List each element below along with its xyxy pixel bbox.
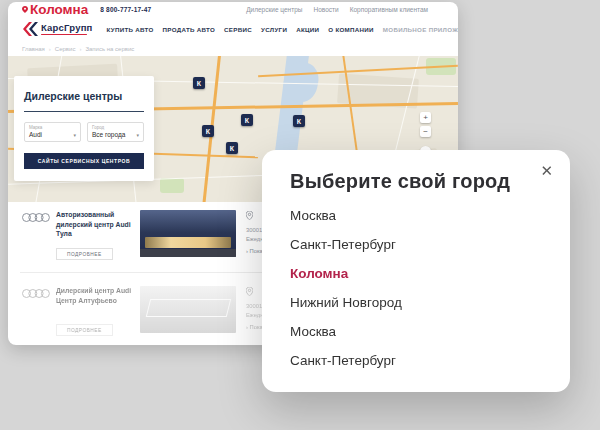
location-pin-icon <box>246 211 253 220</box>
logo-underline <box>41 34 87 36</box>
audi-rings-icon <box>22 288 50 299</box>
panel-title: Дилерские центры <box>24 90 144 102</box>
city-picker-modal: ✕ Выберите свой город Москва Санкт-Петер… <box>262 150 570 392</box>
marker-glyph: К <box>230 145 234 152</box>
nav-promotions[interactable]: АКЦИИ <box>296 26 319 33</box>
carsgroup-logo[interactable]: КарсГрупп <box>22 22 93 36</box>
nav-about-company[interactable]: О КОМПАНИИ <box>328 26 374 33</box>
breadcrumb: Главная › Сервис › Запись на сервис <box>8 43 458 52</box>
city-option-spb-2[interactable]: Санкт-Петербург <box>290 346 542 375</box>
link-corporate-clients[interactable]: Корпоративным клиентам <box>350 6 428 13</box>
link-dealer-centers[interactable]: Дилерские центры <box>246 6 302 13</box>
logo-wordmark: КарсГрупп <box>41 23 93 33</box>
marker-glyph: К <box>206 128 210 135</box>
breadcrumb-separator: › <box>79 46 81 52</box>
city-select-label: Город <box>92 125 139 130</box>
logo-text-block: КарсГрупп <box>41 23 93 36</box>
chevron-down-icon: ▾ <box>73 132 76 138</box>
current-city-selector[interactable]: Коломна <box>22 2 88 24</box>
screenshot-canvas: Коломна 8 800-777-17-47 Дилерские центры… <box>0 0 600 430</box>
marker-glyph: К <box>245 117 249 124</box>
marker-glyph: К <box>297 118 301 125</box>
top-utility-bar: Коломна 8 800-777-17-47 Дилерские центры… <box>8 2 458 15</box>
city-option-spb[interactable]: Санкт-Петербург <box>290 230 542 259</box>
city-option-moscow-2[interactable]: Москва <box>290 317 542 346</box>
close-icon[interactable]: ✕ <box>540 163 553 178</box>
nav-sell-auto[interactable]: ПРОДАТЬ АВТО <box>163 26 215 33</box>
phone-number[interactable]: 8 800-777-17-47 <box>100 6 151 13</box>
current-city-label: Коломна <box>30 2 88 17</box>
panel-divider <box>24 111 144 112</box>
map-marker[interactable]: К <box>293 115 305 127</box>
brand-select-value: Audi <box>29 131 42 138</box>
breadcrumb-service[interactable]: Сервис <box>55 46 76 52</box>
map-park <box>160 178 184 193</box>
brand-select[interactable]: Марка Audi ▾ <box>24 122 81 142</box>
nav-buy-auto[interactable]: КУПИТЬ АВТО <box>107 26 154 33</box>
utility-links: Дилерские центры Новости Корпоративным к… <box>246 6 428 13</box>
filter-selects: Марка Audi ▾ Город Все города ▾ <box>24 122 144 142</box>
city-option-nizhny[interactable]: Нижний Новгород <box>290 288 542 317</box>
location-pin-icon <box>22 6 28 13</box>
main-nav: КУПИТЬ АВТО ПРОДАТЬ АВТО СЕРВИС УСЛУГИ А… <box>107 26 458 33</box>
breadcrumb-current: Запись на сервис <box>85 46 134 52</box>
map-zoom-in-button[interactable]: + <box>420 112 431 123</box>
nav-service[interactable]: СЕРВИС <box>224 26 252 33</box>
map-marker[interactable]: К <box>226 142 238 154</box>
audi-rings-icon <box>22 212 50 223</box>
dealer-title: Авторизованный дилерский центр Audi Тула <box>56 210 138 239</box>
service-centers-sites-button[interactable]: САЙТЫ СЕРВИСНЫХ ЦЕНТРОВ <box>24 153 144 169</box>
map-zoom-out-button[interactable]: − <box>420 126 431 137</box>
city-option-kolomna[interactable]: Коломна <box>290 259 542 288</box>
dealer-photo <box>140 286 236 333</box>
map-marker[interactable]: К <box>241 114 253 126</box>
dealer-more-button[interactable]: ПОДРОБНЕЕ <box>56 248 113 260</box>
city-select-value: Все города <box>92 131 125 138</box>
breadcrumb-home[interactable]: Главная <box>22 46 45 52</box>
dealer-title: Дилерский центр Audi Центр Алтуфьево <box>56 286 138 305</box>
chevron-down-icon: ▾ <box>136 132 139 138</box>
dealer-photo <box>140 210 236 257</box>
city-option-moscow[interactable]: Москва <box>290 201 542 230</box>
link-news[interactable]: Новости <box>313 6 338 13</box>
breadcrumb-separator: › <box>49 46 51 52</box>
modal-title: Выберите свой город <box>290 170 510 193</box>
city-list: Москва Санкт-Петербург Коломна Нижний Но… <box>290 201 542 375</box>
dealer-filter-panel: Дилерские центры Марка Audi ▾ Город Все … <box>14 76 154 181</box>
nav-services[interactable]: УСЛУГИ <box>261 26 287 33</box>
map-marker[interactable]: К <box>193 77 205 89</box>
dealer-more-button[interactable]: ПОДРОБНЕЕ <box>56 324 113 336</box>
location-pin-icon <box>246 287 253 296</box>
city-select[interactable]: Город Все города ▾ <box>87 122 144 142</box>
brand-select-label: Марка <box>29 125 76 130</box>
nav-mobile-app[interactable]: МОБИЛЬНОЕ ПРИЛОЖЕНИЕ <box>383 26 458 33</box>
marker-glyph: К <box>197 80 201 87</box>
map-marker[interactable]: К <box>202 125 214 137</box>
carsgroup-logo-icon <box>22 22 38 36</box>
